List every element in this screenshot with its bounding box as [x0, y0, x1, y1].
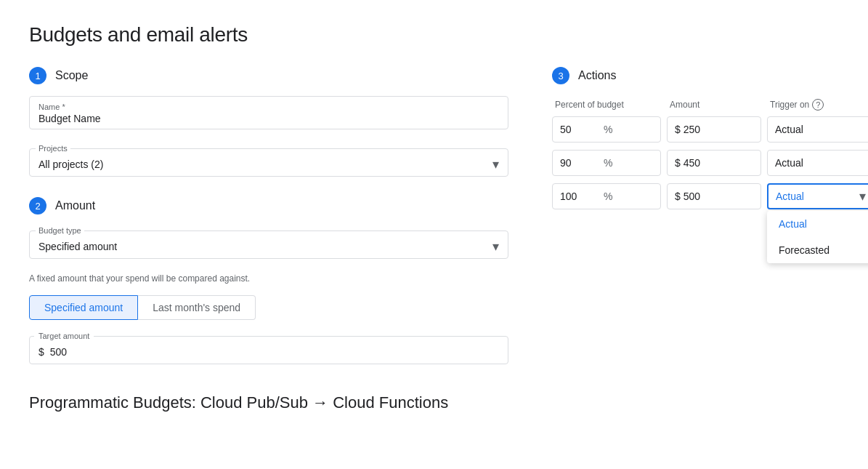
trigger-select-wrapper-1: Actual Forecasted ▾ — [767, 116, 868, 143]
target-amount-fieldset: Target amount $ — [29, 332, 508, 364]
amount-section-header: 2 Amount — [29, 197, 508, 215]
trigger-open-arrow-3: ▾ — [859, 188, 866, 204]
percent-input-1[interactable] — [560, 124, 604, 135]
scope-step-badge: 1 — [29, 67, 46, 84]
amount-currency-3: $ — [675, 191, 681, 202]
amount-currency-1: $ — [675, 124, 681, 135]
projects-fieldset: Projects All projects (2) Project 1 Proj… — [29, 144, 508, 177]
trigger-select-open-3[interactable]: Actual ▾ — [767, 183, 868, 209]
amount-header: Amount — [670, 99, 764, 111]
bottom-text: Programmatic Budgets: Cloud Pub/Sub → Cl… — [29, 393, 839, 412]
percent-input-wrapper-2: % — [552, 150, 661, 176]
trigger-select-wrapper-2: Actual Forecasted ▾ — [767, 150, 868, 176]
target-amount-input[interactable] — [50, 346, 499, 358]
projects-wrapper: All projects (2) Project 1 Project 2 ▾ — [30, 153, 508, 176]
target-amount-legend: Target amount — [34, 332, 94, 340]
budget-type-group: Budget type Specified amount Last month'… — [29, 226, 508, 259]
amount-input-3[interactable] — [684, 191, 742, 202]
projects-select[interactable]: All projects (2) Project 1 Project 2 — [30, 153, 508, 176]
budget-type-legend: Budget type — [36, 226, 84, 235]
trigger-help-icon[interactable]: ? — [812, 99, 824, 111]
amount-section: 2 Amount Budget type Specified amount La… — [29, 197, 508, 364]
percent-input-wrapper-1: % — [552, 116, 661, 143]
amount-input-2[interactable] — [684, 157, 742, 169]
projects-field-group: Projects All projects (2) Project 1 Proj… — [29, 144, 508, 177]
amount-step-badge: 2 — [29, 197, 46, 215]
page-title: Budgets and email alerts — [29, 23, 839, 47]
budget-type-wrapper: Specified amount Last month's spend ▾ — [30, 235, 508, 258]
trigger-select-1[interactable]: Actual Forecasted — [767, 116, 868, 143]
dropdown-item-forecasted[interactable]: Forecasted — [767, 237, 868, 263]
amount-input-1[interactable] — [684, 124, 742, 135]
actions-step-title: Actions — [578, 69, 616, 82]
name-field-group: Name * — [29, 96, 508, 129]
projects-legend: Projects — [36, 144, 70, 153]
left-panel: 1 Scope Name * Projects All projects (2)… — [29, 67, 508, 364]
percent-sign-2: % — [604, 157, 612, 169]
scope-section-header: 1 Scope — [29, 67, 508, 84]
table-row: % $ Actual Forecasted ▾ — [552, 150, 868, 176]
budget-type-fieldset: Budget type Specified amount Last month'… — [29, 226, 508, 259]
actions-section-header: 3 Actions — [552, 67, 868, 84]
table-row: % $ Actual ▾ Actual Forecasted — [552, 183, 868, 209]
percent-input-2[interactable] — [560, 157, 604, 169]
target-input-wrapper: $ — [30, 340, 508, 364]
actions-table-headers: Percent of budget Amount Trigger on ? — [552, 99, 868, 111]
last-month-spend-btn[interactable]: Last month's spend — [138, 295, 256, 320]
scope-step-title: Scope — [55, 69, 88, 82]
amount-input-wrapper-1: $ — [667, 116, 761, 143]
percent-input-3[interactable] — [560, 191, 604, 202]
amount-currency-2: $ — [675, 157, 681, 169]
trigger-dropdown-menu-3: Actual Forecasted — [767, 211, 868, 263]
target-currency-symbol: $ — [38, 346, 44, 358]
amount-input-wrapper-2: $ — [667, 150, 761, 176]
table-row: % $ Actual Forecasted ▾ — [552, 116, 868, 143]
percent-sign-3: % — [604, 191, 612, 202]
percent-header: Percent of budget — [555, 99, 664, 111]
trigger-value-3: Actual — [776, 191, 859, 202]
amount-step-title: Amount — [55, 199, 95, 212]
budget-type-select[interactable]: Specified amount Last month's spend — [30, 235, 508, 258]
actions-step-badge: 3 — [552, 67, 569, 84]
percent-sign-1: % — [604, 124, 612, 135]
amount-input-wrapper-3: $ — [667, 183, 761, 209]
trigger-select-2[interactable]: Actual Forecasted — [767, 150, 868, 176]
name-input[interactable] — [38, 113, 499, 124]
percent-input-wrapper-3: % — [552, 183, 661, 209]
name-field-label: Name * — [38, 103, 499, 111]
dropdown-item-actual[interactable]: Actual — [767, 211, 868, 237]
specified-amount-btn[interactable]: Specified amount — [29, 295, 138, 320]
trigger-select-wrapper-3: Actual ▾ Actual Forecasted — [767, 183, 868, 209]
name-field-wrapper: Name * — [29, 96, 508, 129]
right-panel: 3 Actions Percent of budget Amount Trigg… — [552, 67, 868, 364]
budget-type-hint: A fixed amount that your spend will be c… — [29, 273, 508, 284]
trigger-header: Trigger on ? — [770, 99, 868, 111]
budget-type-options: Specified amount Last month's spend — [29, 295, 508, 320]
